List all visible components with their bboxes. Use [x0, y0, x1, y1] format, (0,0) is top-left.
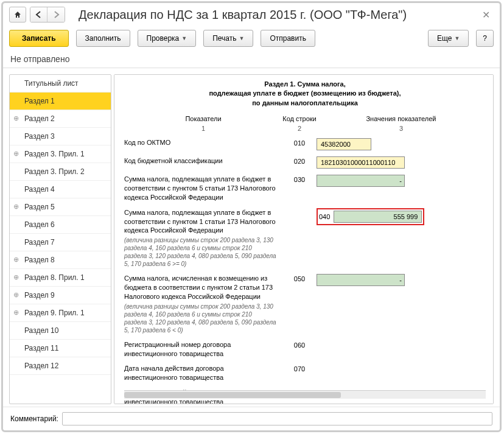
- sidebar-item-label: Раздел 9: [24, 291, 55, 299]
- sidebar-item-13[interactable]: ⊕Раздел 9. Прил. 1: [10, 304, 111, 322]
- row-value-cell: 040555 999: [317, 208, 486, 225]
- row-label: Сумма налога, подлежащая уплате в бюджет…: [124, 175, 282, 202]
- row-code: 060: [282, 340, 317, 349]
- sidebar-item-16[interactable]: Раздел 12: [10, 357, 111, 375]
- print-button[interactable]: Печать▼: [203, 30, 253, 47]
- sidebar-item-10[interactable]: ⊕Раздел 8: [10, 251, 111, 269]
- check-button[interactable]: Проверка▼: [138, 30, 197, 47]
- row-code: 020: [282, 156, 317, 165]
- expand-icon: ⊕: [13, 203, 19, 211]
- sidebar-item-2[interactable]: ⊕Раздел 2: [10, 110, 111, 128]
- row-label: Код бюджетной классификации: [124, 156, 282, 166]
- check-label: Проверка: [147, 34, 180, 43]
- more-label: Еще: [437, 34, 452, 43]
- sidebar-item-label: Раздел 6: [24, 220, 55, 229]
- arrow-right-icon: [52, 11, 60, 18]
- column-headers: Показатели Код строки Значения показател…: [124, 115, 486, 122]
- titlebar: Декларация по НДС за 1 квартал 2015 г. (…: [3, 3, 500, 26]
- sidebar-item-6[interactable]: Раздел 4: [10, 181, 111, 198]
- home-icon: [13, 10, 22, 19]
- sidebar-item-8[interactable]: Раздел 6: [10, 216, 111, 234]
- home-button[interactable]: [9, 7, 26, 23]
- form-row-040: Сумма налога, подлежащая уплате в бюджет…: [124, 208, 486, 268]
- row-label: Сумма налога, исчисленная к возмещению и…: [124, 274, 282, 334]
- sidebar-item-3[interactable]: Раздел 3: [10, 128, 111, 145]
- sidebar-item-label: Раздел 3: [24, 132, 55, 141]
- section-title: Раздел 1. Сумма налога, подлежащая уплат…: [124, 80, 486, 108]
- sidebar-item-label: Раздел 11: [24, 344, 58, 352]
- row-label: Дата начала действия договора инвестицио…: [124, 364, 282, 382]
- sidebar-item-label: Титульный лист: [24, 79, 79, 88]
- sidebar-item-label: Раздел 8. Прил. 1: [24, 273, 85, 282]
- chevron-down-icon: ▼: [181, 35, 187, 41]
- status-text: Не отправлено: [3, 52, 500, 68]
- value-field-050[interactable]: -: [317, 274, 405, 286]
- row-value-cell: 45382000: [317, 138, 486, 150]
- toolbar: Записать Заполнить Проверка▼ Печать▼ Отп…: [3, 26, 500, 52]
- expand-icon: ⊕: [13, 291, 19, 299]
- comment-input[interactable]: [62, 412, 492, 425]
- sidebar-item-4[interactable]: ⊕Раздел 3. Прил. 1: [10, 145, 111, 163]
- form-row-010: Код по ОКТМО01045382000: [124, 138, 486, 150]
- row-code: 050: [282, 274, 317, 282]
- horizontal-scrollbar[interactable]: [124, 390, 486, 399]
- sidebar-item-label: Раздел 7: [24, 238, 55, 247]
- chevron-down-icon: ▼: [454, 35, 460, 41]
- sidebar-item-label: Раздел 9. Прил. 1: [24, 309, 85, 317]
- row-note: (величина разницы суммы строк 200 раздел…: [124, 303, 276, 334]
- expand-icon: ⊕: [13, 309, 19, 317]
- sidebar-item-0[interactable]: Титульный лист: [10, 75, 111, 93]
- sidebar-item-11[interactable]: ⊕Раздел 8. Прил. 1: [10, 269, 111, 287]
- sidebar-item-label: Раздел 2: [24, 114, 55, 123]
- sidebar: Титульный листРаздел 1⊕Раздел 2Раздел 3⊕…: [9, 74, 111, 404]
- forward-button[interactable]: [47, 7, 65, 22]
- value-field-020[interactable]: 18210301000011000110: [317, 156, 405, 169]
- row-label: Код по ОКТМО: [124, 138, 282, 147]
- value-field-040[interactable]: 555 999: [334, 211, 422, 223]
- help-button[interactable]: ?: [476, 30, 494, 47]
- back-button[interactable]: [30, 7, 47, 22]
- row-code: 030: [282, 175, 317, 183]
- window-title: Декларация по НДС за 1 квартал 2015 г. (…: [69, 8, 475, 22]
- sidebar-item-12[interactable]: ⊕Раздел 9: [10, 287, 111, 304]
- more-button[interactable]: Еще▼: [428, 30, 469, 47]
- sidebar-item-1[interactable]: Раздел 1: [10, 93, 111, 110]
- sidebar-item-15[interactable]: Раздел 11: [10, 340, 111, 357]
- row-value-cell: -: [317, 175, 486, 188]
- sidebar-item-7[interactable]: ⊕Раздел 5: [10, 198, 111, 216]
- main-panel: Раздел 1. Сумма налога, подлежащая уплат…: [114, 74, 494, 404]
- form-row-060: Регистрационный номер договора инвестици…: [124, 340, 486, 359]
- sidebar-item-5[interactable]: Раздел 3. Прил. 2: [10, 163, 111, 181]
- row-value-cell: 18210301000011000110: [317, 156, 486, 169]
- close-button[interactable]: ✕: [478, 9, 494, 21]
- send-button[interactable]: Отправить: [261, 30, 315, 47]
- nav-group: [30, 7, 65, 23]
- sidebar-item-label: Раздел 3. Прил. 1: [24, 150, 85, 158]
- expand-icon: ⊕: [13, 150, 19, 158]
- expand-icon: ⊕: [13, 114, 19, 122]
- sidebar-item-label: Раздел 12: [24, 362, 58, 370]
- sidebar-item-label: Раздел 4: [24, 185, 55, 194]
- sidebar-item-label: Раздел 1: [24, 97, 55, 105]
- save-button[interactable]: Записать: [9, 30, 69, 47]
- row-code: 070: [282, 364, 317, 373]
- row-note: (величина разницы суммы строк 200 раздел…: [124, 236, 276, 268]
- value-field-030[interactable]: -: [317, 175, 405, 187]
- chevron-down-icon: ▼: [239, 35, 244, 41]
- sidebar-item-label: Раздел 5: [24, 203, 55, 211]
- sidebar-item-label: Раздел 3. Прил. 2: [24, 167, 85, 176]
- value-field-010[interactable]: 45382000: [317, 138, 371, 150]
- sidebar-item-9[interactable]: Раздел 7: [10, 234, 111, 251]
- row-code: 010: [282, 138, 317, 147]
- form-row-070: Дата начала действия договора инвестицио…: [124, 364, 486, 382]
- sidebar-item-label: Раздел 10: [24, 326, 58, 335]
- row-value-cell: -: [317, 274, 486, 287]
- form-row-030: Сумма налога, подлежащая уплате в бюджет…: [124, 175, 486, 202]
- expand-icon: ⊕: [13, 256, 19, 264]
- sidebar-item-14[interactable]: Раздел 10: [10, 322, 111, 340]
- print-label: Печать: [212, 34, 236, 43]
- row-code-inline: 040: [319, 213, 330, 220]
- row-label: Сумма налога, подлежащая уплате в бюджет…: [124, 208, 282, 268]
- fill-button[interactable]: Заполнить: [76, 30, 130, 47]
- form-row-020: Код бюджетной классификации0201821030100…: [124, 156, 486, 169]
